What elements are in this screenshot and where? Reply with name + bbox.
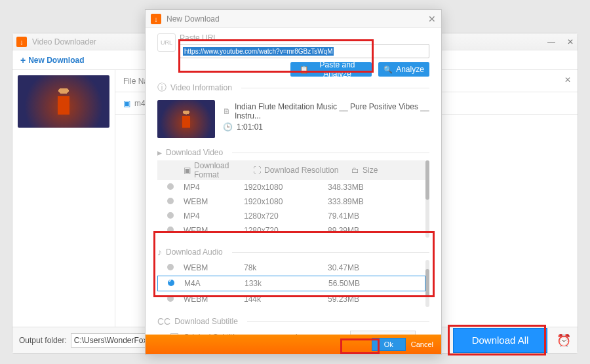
format-icon: ▣ <box>123 99 130 108</box>
video-format-row[interactable]: WEBM1920x1080333.89MB <box>157 194 425 209</box>
close-item-icon[interactable]: ✕ <box>564 75 571 84</box>
new-download-button[interactable]: + New Download <box>20 55 85 65</box>
video-scrollbar[interactable] <box>425 160 429 238</box>
cancel-button[interactable]: Cancel <box>411 340 433 348</box>
scheduler-icon[interactable]: ⏰ <box>557 333 571 348</box>
download-audio-label: Download Audio <box>166 247 223 257</box>
paste-analyze-button[interactable]: 📋Paste and Analyze <box>290 62 372 77</box>
download-video-label: Download Video <box>166 148 223 157</box>
paste-icon: 📋 <box>300 65 309 74</box>
output-folder-label: Output folder: <box>19 336 67 345</box>
video-duration: 1:01:01 <box>237 122 263 132</box>
subtitle-icon: CC <box>157 316 170 327</box>
audio-format-row[interactable]: WEBM78k30.47MB <box>157 260 425 276</box>
paste-url-label: Paste URL <box>180 33 218 43</box>
url-icon: URL <box>157 33 176 52</box>
new-download-dialog: ↓ New Download ✕ URL Paste URL https://w… <box>145 9 442 355</box>
download-subtitle-label: Download Subtitle <box>174 317 238 326</box>
minimize-icon[interactable]: — <box>547 37 555 46</box>
video-table-header: ▣Download Format ⛶Download Resolution 🗀S… <box>157 160 425 180</box>
clock-icon: 🕒 <box>223 122 233 132</box>
plus-icon: + <box>20 55 26 65</box>
dialog-titlebar[interactable]: ↓ New Download ✕ <box>146 10 441 28</box>
info-icon: ⓘ <box>157 82 167 94</box>
resolution-header-icon: ⛶ <box>253 166 261 175</box>
audio-format-row[interactable]: M4A133k56.50MB <box>157 276 425 291</box>
close-icon[interactable]: ✕ <box>567 37 574 46</box>
size-header-icon: 🗀 <box>351 166 359 175</box>
search-icon: 🔍 <box>384 65 393 74</box>
ok-button[interactable]: Ok <box>372 338 406 351</box>
document-icon: 🗎 <box>223 107 231 116</box>
dialog-close-icon[interactable]: ✕ <box>428 14 436 24</box>
audio-scrollbar[interactable] <box>425 260 429 307</box>
app-title: Video Downloader <box>32 37 96 46</box>
video-icon: ▸ <box>157 147 162 158</box>
video-title: Indian Flute Meditation Music __ Pure Po… <box>235 102 429 120</box>
video-thumbnail[interactable] <box>18 75 109 128</box>
dialog-title: New Download <box>167 14 220 24</box>
video-info-label: Video Information <box>170 83 232 92</box>
format-header-icon: ▣ <box>184 166 191 175</box>
video-format-row[interactable]: WEBM1280x72089.39MB <box>157 223 425 238</box>
analyze-button[interactable]: 🔍Analyze <box>378 62 429 77</box>
video-format-row[interactable]: MP41280x72079.41MB <box>157 209 425 223</box>
download-all-button[interactable]: Download All <box>453 328 547 353</box>
video-format-row[interactable]: MP41920x1080348.33MB <box>157 180 425 194</box>
url-value: https://www.youtube.com/watch?v=mr8GBzTs… <box>183 47 334 56</box>
app-logo-icon: ↓ <box>16 37 27 47</box>
info-thumbnail <box>157 100 215 138</box>
audio-icon: ♪ <box>157 247 162 257</box>
url-input[interactable]: https://www.youtube.com/watch?v=mr8GBzTs… <box>180 44 429 58</box>
dialog-logo-icon: ↓ <box>151 14 161 24</box>
audio-format-row[interactable]: WEBM144k59.23MB <box>157 291 425 307</box>
dialog-footer: Ok Cancel <box>146 335 441 354</box>
